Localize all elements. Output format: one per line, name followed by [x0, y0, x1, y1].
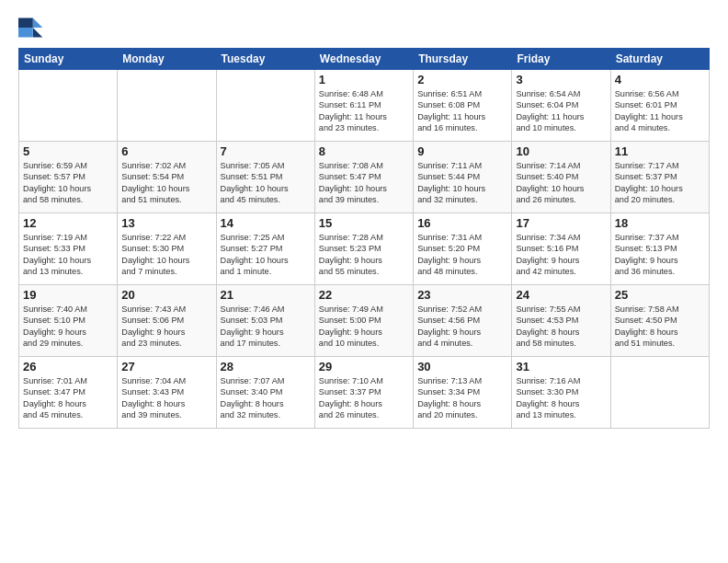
logo: [18, 15, 48, 40]
day-number: 23: [417, 288, 507, 302]
calendar-cell: [216, 70, 314, 142]
calendar-cell: 6Sunrise: 7:02 AM Sunset: 5:54 PM Daylig…: [118, 142, 216, 213]
week-row-4: 26Sunrise: 7:01 AM Sunset: 3:47 PM Dayli…: [19, 357, 710, 429]
day-number: 31: [516, 360, 606, 373]
calendar-cell: 10Sunrise: 7:14 AM Sunset: 5:40 PM Dayli…: [512, 142, 610, 213]
week-row-2: 12Sunrise: 7:19 AM Sunset: 5:33 PM Dayli…: [19, 213, 710, 285]
week-row-1: 5Sunrise: 6:59 AM Sunset: 5:57 PM Daylig…: [19, 142, 710, 213]
day-info: Sunrise: 7:13 AM Sunset: 3:34 PM Dayligh…: [417, 375, 507, 421]
day-info: Sunrise: 7:04 AM Sunset: 3:43 PM Dayligh…: [121, 375, 211, 421]
day-info: Sunrise: 7:17 AM Sunset: 5:37 PM Dayligh…: [615, 160, 705, 206]
day-info: Sunrise: 7:07 AM Sunset: 3:40 PM Dayligh…: [221, 375, 311, 421]
day-number: 12: [23, 216, 113, 230]
day-number: 14: [221, 216, 311, 230]
week-row-3: 19Sunrise: 7:40 AM Sunset: 5:10 PM Dayli…: [19, 285, 710, 357]
day-number: 16: [417, 216, 507, 230]
day-info: Sunrise: 7:11 AM Sunset: 5:44 PM Dayligh…: [417, 160, 507, 206]
day-info: Sunrise: 7:14 AM Sunset: 5:40 PM Dayligh…: [516, 160, 606, 206]
day-info: Sunrise: 7:19 AM Sunset: 5:33 PM Dayligh…: [23, 232, 113, 278]
day-number: 29: [319, 360, 409, 373]
day-number: 27: [121, 360, 211, 373]
calendar-cell: 9Sunrise: 7:11 AM Sunset: 5:44 PM Daylig…: [414, 142, 512, 213]
day-info: Sunrise: 7:02 AM Sunset: 5:54 PM Dayligh…: [121, 160, 211, 206]
calendar-cell: 7Sunrise: 7:05 AM Sunset: 5:51 PM Daylig…: [216, 142, 314, 213]
calendar-cell: 18Sunrise: 7:37 AM Sunset: 5:13 PM Dayli…: [610, 213, 709, 285]
day-info: Sunrise: 7:52 AM Sunset: 4:56 PM Dayligh…: [417, 304, 507, 350]
day-info: Sunrise: 7:55 AM Sunset: 4:53 PM Dayligh…: [516, 304, 606, 350]
day-info: Sunrise: 7:31 AM Sunset: 5:20 PM Dayligh…: [417, 232, 507, 278]
day-number: 11: [615, 144, 705, 158]
calendar-cell: 30Sunrise: 7:13 AM Sunset: 3:34 PM Dayli…: [414, 357, 512, 429]
calendar-cell: [610, 357, 709, 429]
day-info: Sunrise: 7:34 AM Sunset: 5:16 PM Dayligh…: [516, 232, 606, 278]
day-info: Sunrise: 6:54 AM Sunset: 6:04 PM Dayligh…: [516, 88, 606, 134]
day-info: Sunrise: 7:16 AM Sunset: 3:30 PM Dayligh…: [516, 375, 606, 421]
weekday-header-saturday: Saturday: [610, 49, 709, 70]
weekday-header-thursday: Thursday: [414, 49, 512, 70]
day-info: Sunrise: 7:22 AM Sunset: 5:30 PM Dayligh…: [121, 232, 211, 278]
day-number: 19: [23, 288, 113, 302]
calendar-cell: 27Sunrise: 7:04 AM Sunset: 3:43 PM Dayli…: [118, 357, 216, 429]
calendar-cell: 14Sunrise: 7:25 AM Sunset: 5:27 PM Dayli…: [216, 213, 314, 285]
weekday-header-wednesday: Wednesday: [314, 49, 413, 70]
day-number: 21: [221, 288, 311, 302]
day-info: Sunrise: 7:37 AM Sunset: 5:13 PM Dayligh…: [615, 232, 705, 278]
day-number: 22: [319, 288, 409, 302]
day-number: 10: [516, 144, 606, 158]
week-row-0: 1Sunrise: 6:48 AM Sunset: 6:11 PM Daylig…: [19, 70, 710, 142]
day-info: Sunrise: 7:46 AM Sunset: 5:03 PM Dayligh…: [221, 304, 311, 350]
day-number: 8: [319, 144, 409, 158]
day-info: Sunrise: 7:40 AM Sunset: 5:10 PM Dayligh…: [23, 304, 113, 350]
calendar-cell: 8Sunrise: 7:08 AM Sunset: 5:47 PM Daylig…: [314, 142, 413, 213]
day-number: 15: [319, 216, 409, 230]
calendar-cell: 3Sunrise: 6:54 AM Sunset: 6:04 PM Daylig…: [512, 70, 610, 142]
day-number: 28: [221, 360, 311, 373]
weekday-header-monday: Monday: [118, 49, 216, 70]
calendar-cell: 19Sunrise: 7:40 AM Sunset: 5:10 PM Dayli…: [19, 285, 118, 357]
day-number: 2: [417, 73, 507, 86]
day-info: Sunrise: 7:28 AM Sunset: 5:23 PM Dayligh…: [319, 232, 409, 278]
day-number: 25: [615, 288, 705, 302]
day-info: Sunrise: 6:56 AM Sunset: 6:01 PM Dayligh…: [615, 88, 705, 134]
day-number: 17: [516, 216, 606, 230]
day-info: Sunrise: 7:08 AM Sunset: 5:47 PM Dayligh…: [319, 160, 409, 206]
calendar-cell: [118, 70, 216, 142]
day-info: Sunrise: 7:25 AM Sunset: 5:27 PM Dayligh…: [221, 232, 311, 278]
day-info: Sunrise: 7:43 AM Sunset: 5:06 PM Dayligh…: [121, 304, 211, 350]
calendar-cell: 21Sunrise: 7:46 AM Sunset: 5:03 PM Dayli…: [216, 285, 314, 357]
day-info: Sunrise: 6:59 AM Sunset: 5:57 PM Dayligh…: [23, 160, 113, 206]
calendar-cell: 2Sunrise: 6:51 AM Sunset: 6:08 PM Daylig…: [414, 70, 512, 142]
day-number: 5: [23, 144, 113, 158]
calendar-cell: [19, 70, 118, 142]
day-number: 9: [417, 144, 507, 158]
calendar-cell: 4Sunrise: 6:56 AM Sunset: 6:01 PM Daylig…: [610, 70, 709, 142]
day-number: 18: [615, 216, 705, 230]
day-number: 26: [23, 360, 113, 373]
svg-rect-3: [18, 18, 33, 29]
calendar-cell: 16Sunrise: 7:31 AM Sunset: 5:20 PM Dayli…: [414, 213, 512, 285]
day-number: 13: [121, 216, 211, 230]
day-info: Sunrise: 7:49 AM Sunset: 5:00 PM Dayligh…: [319, 304, 409, 350]
day-number: 4: [615, 73, 705, 86]
header: [18, 15, 710, 40]
calendar-cell: 31Sunrise: 7:16 AM Sunset: 3:30 PM Dayli…: [512, 357, 610, 429]
calendar-cell: 11Sunrise: 7:17 AM Sunset: 5:37 PM Dayli…: [610, 142, 709, 213]
calendar-cell: 15Sunrise: 7:28 AM Sunset: 5:23 PM Dayli…: [314, 213, 413, 285]
calendar: SundayMondayTuesdayWednesdayThursdayFrid…: [18, 48, 710, 429]
weekday-header-row: SundayMondayTuesdayWednesdayThursdayFrid…: [19, 49, 710, 70]
calendar-cell: 29Sunrise: 7:10 AM Sunset: 3:37 PM Dayli…: [314, 357, 413, 429]
calendar-cell: 23Sunrise: 7:52 AM Sunset: 4:56 PM Dayli…: [414, 285, 512, 357]
day-number: 1: [319, 73, 409, 86]
logo-icon: [18, 15, 44, 40]
page: SundayMondayTuesdayWednesdayThursdayFrid…: [0, 0, 728, 563]
svg-rect-4: [18, 28, 33, 38]
day-info: Sunrise: 6:51 AM Sunset: 6:08 PM Dayligh…: [417, 88, 507, 134]
calendar-cell: 25Sunrise: 7:58 AM Sunset: 4:50 PM Dayli…: [610, 285, 709, 357]
day-info: Sunrise: 7:58 AM Sunset: 4:50 PM Dayligh…: [615, 304, 705, 350]
day-info: Sunrise: 7:01 AM Sunset: 3:47 PM Dayligh…: [23, 375, 113, 421]
calendar-cell: 12Sunrise: 7:19 AM Sunset: 5:33 PM Dayli…: [19, 213, 118, 285]
day-number: 7: [221, 144, 311, 158]
calendar-cell: 22Sunrise: 7:49 AM Sunset: 5:00 PM Dayli…: [314, 285, 413, 357]
weekday-header-tuesday: Tuesday: [216, 49, 314, 70]
calendar-cell: 24Sunrise: 7:55 AM Sunset: 4:53 PM Dayli…: [512, 285, 610, 357]
